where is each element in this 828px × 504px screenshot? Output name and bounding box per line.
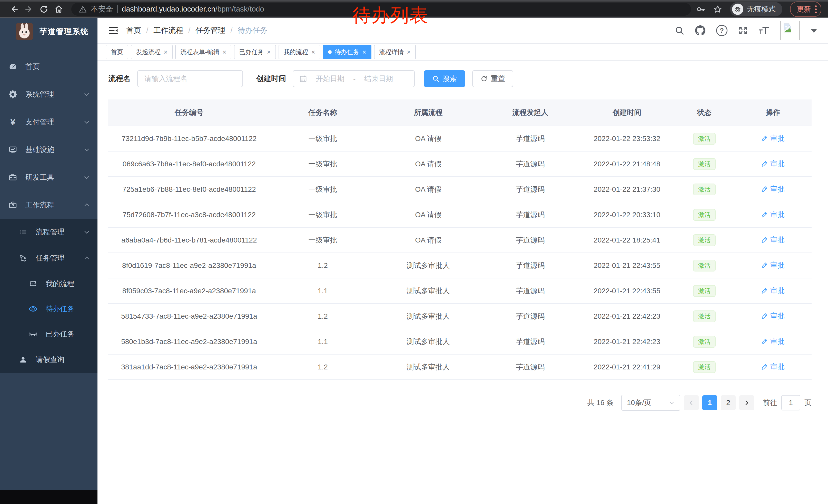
reset-button[interactable]: 重置 [472, 70, 513, 87]
forward-icon[interactable] [22, 3, 36, 16]
sidebar-item-workflow[interactable]: 工作流程 [0, 191, 97, 219]
cell-starter: 芋道源码 [481, 151, 579, 177]
approve-link[interactable]: 审批 [761, 134, 785, 143]
search-icon[interactable] [675, 26, 685, 35]
approve-link[interactable]: 审批 [761, 311, 785, 321]
security-warning-text: 不安全 [91, 4, 113, 14]
tab-close-icon[interactable]: × [267, 49, 271, 55]
question-glyph: ? [720, 27, 724, 35]
cell-starter: 芋道源码 [481, 227, 579, 253]
tab-process-detail[interactable]: 流程详情× [374, 45, 416, 59]
sidebar-item-leave-query[interactable]: 请假查询 [0, 347, 97, 373]
workflow-submenu: 流程管理 任务管理 我的流程 [0, 219, 97, 373]
cell-task-name: 一级审批 [270, 126, 376, 151]
gear-icon [8, 90, 17, 99]
page-2-button[interactable]: 2 [721, 395, 736, 410]
cell-process: OA 请假 [376, 177, 481, 202]
page-size-value: 10条/页 [627, 398, 651, 408]
search-button[interactable]: 搜索 [424, 70, 465, 87]
fullscreen-icon[interactable] [738, 26, 748, 35]
tab-close-icon[interactable]: × [222, 49, 226, 55]
tab-my-process[interactable]: 我的流程× [279, 45, 320, 59]
pagination-goto: 前往 页 [763, 395, 812, 410]
sidebar-item-process-mgmt[interactable]: 流程管理 [0, 219, 97, 245]
date-range-picker[interactable]: 开始日期 - 结束日期 [293, 70, 415, 87]
col-starter: 流程发起人 [481, 99, 579, 126]
sidebar-item-home[interactable]: 首页 [0, 53, 97, 81]
back-icon[interactable] [7, 3, 22, 16]
sidebar-item-label: 首页 [26, 62, 40, 72]
eye-closed-icon [29, 330, 37, 338]
prev-page-button[interactable] [684, 395, 699, 410]
cell-task-id: 069c6a63-7b8a-11ec-8ef0-acde48001122 [108, 151, 270, 177]
approve-link[interactable]: 审批 [761, 336, 785, 346]
process-name-input[interactable] [137, 70, 243, 87]
table-row: 8f059c03-7ac8-11ec-a9e2-a2380e71991a 1.1… [108, 278, 812, 304]
password-key-icon[interactable] [696, 5, 705, 14]
approve-link[interactable]: 审批 [761, 235, 785, 245]
breadcrumb-workflow[interactable]: 工作流程 [153, 26, 183, 36]
sidebar-item-infrastructure[interactable]: 基础设施 [0, 136, 97, 164]
cell-task-id: 8f0d1619-7ac8-11ec-a9e2-a2380e71991a [108, 253, 270, 278]
github-icon[interactable] [695, 26, 705, 36]
page-size-select[interactable]: 10条/页 [621, 395, 680, 411]
browser-menu-icon[interactable] [815, 5, 817, 13]
page-1-button[interactable]: 1 [702, 395, 717, 410]
avatar[interactable] [780, 21, 800, 40]
next-page-button[interactable] [739, 395, 754, 410]
approve-link[interactable]: 审批 [761, 286, 785, 295]
approve-link[interactable]: 审批 [761, 159, 785, 169]
breadcrumb-task-mgmt[interactable]: 任务管理 [196, 26, 225, 36]
approve-link[interactable]: 审批 [761, 184, 785, 194]
tab-home[interactable]: 首页 [106, 45, 128, 59]
robot-icon [29, 279, 37, 288]
monitor-icon [8, 145, 17, 154]
cell-process: 测试多审批人 [376, 304, 481, 329]
incognito-chip[interactable]: 无痕模式 [730, 2, 782, 16]
tab-start-process[interactable]: 发起流程× [131, 45, 173, 59]
tab-done-tasks[interactable]: 已办任务× [234, 45, 276, 59]
create-time-label: 创建时间 [256, 74, 286, 84]
browser-update-button[interactable]: 更新 [790, 2, 821, 17]
sidebar-item-task-mgmt[interactable]: 任务管理 [0, 245, 97, 271]
dashboard-icon [8, 62, 17, 71]
col-task-id: 任务编号 [108, 99, 270, 126]
breadcrumb-separator: / [188, 27, 190, 35]
sidebar-item-devtools[interactable]: 研发工具 [0, 164, 97, 191]
approve-link[interactable]: 审批 [761, 210, 785, 220]
tab-close-icon[interactable]: × [164, 49, 167, 55]
tab-close-icon[interactable]: × [312, 49, 315, 55]
logo-link[interactable]: 芋道管理系统 [0, 18, 97, 45]
sidebar: 芋道管理系统 首页 系统管理 ¥ [0, 18, 97, 504]
reset-button-label: 重置 [491, 74, 505, 84]
sidebar-item-done-tasks[interactable]: 已办任务 [0, 321, 97, 347]
tab-close-icon[interactable]: × [407, 49, 411, 55]
sidebar-item-system[interactable]: 系统管理 [0, 81, 97, 108]
cell-task-id: 725a1eb6-7b88-11ec-8ef0-acde48001122 [108, 177, 270, 202]
tab-process-form-edit[interactable]: 流程表单-编辑× [175, 45, 232, 59]
sidebar-collapse-icon[interactable] [108, 26, 119, 36]
goto-page-input[interactable] [781, 395, 800, 410]
sidebar-item-todo-tasks[interactable]: 待办任务 [0, 296, 97, 321]
annotation-title: 待办列表 [353, 3, 428, 28]
col-process: 所属流程 [376, 99, 481, 126]
tab-todo-tasks[interactable]: 待办任务× [323, 45, 371, 59]
reload-icon[interactable] [36, 3, 51, 16]
help-icon[interactable]: ? [716, 25, 728, 36]
status-badge: 激活 [693, 285, 716, 297]
sidebar-item-payment[interactable]: ¥ 支付管理 [0, 108, 97, 136]
sidebar-item-label: 研发工具 [26, 173, 54, 182]
font-size-icon[interactable] [759, 26, 770, 35]
approve-label: 审批 [770, 286, 785, 295]
breadcrumb-home[interactable]: 首页 [126, 26, 141, 36]
bookmark-star-icon[interactable] [713, 5, 722, 14]
cell-starter: 芋道源码 [481, 126, 579, 151]
approve-link[interactable]: 审批 [761, 362, 785, 372]
sidebar-item-my-process[interactable]: 我的流程 [0, 271, 97, 296]
home-icon[interactable] [51, 3, 66, 16]
avatar-caret-icon[interactable] [811, 29, 817, 36]
sidebar-menu: 首页 系统管理 ¥ 支付管理 [0, 53, 97, 373]
tab-close-icon[interactable]: × [363, 49, 366, 55]
sidebar-item-label: 工作流程 [26, 200, 54, 210]
approve-link[interactable]: 审批 [761, 261, 785, 270]
